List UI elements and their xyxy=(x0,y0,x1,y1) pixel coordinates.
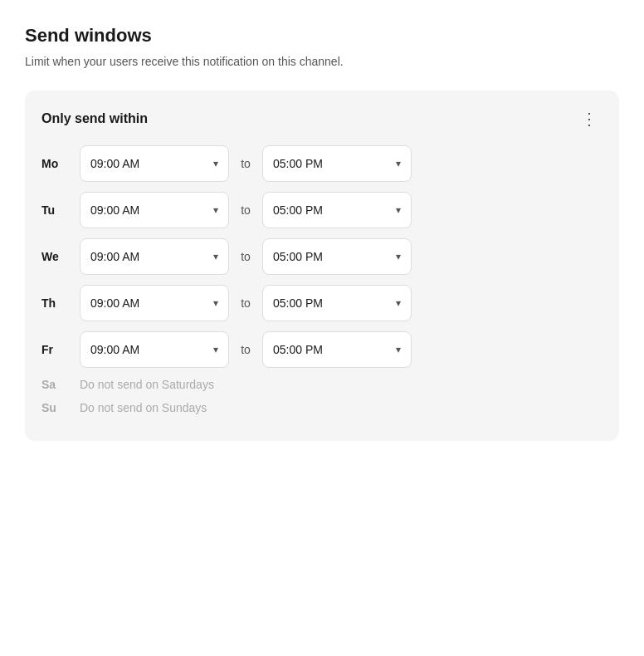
end-time-select-we[interactable]: 05:00 PM▾ xyxy=(262,238,412,275)
to-label-mo: to xyxy=(237,157,254,170)
start-time-value-we: 09:00 AM xyxy=(90,250,207,263)
start-time-select-fr[interactable]: 09:00 AM▾ xyxy=(80,331,229,368)
end-time-chevron-mo: ▾ xyxy=(396,158,401,169)
days-container: Mo09:00 AM▾to05:00 PM▾Tu09:00 AM▾to05:00… xyxy=(41,145,603,414)
end-time-chevron-tu: ▾ xyxy=(396,204,401,216)
end-time-chevron-we: ▾ xyxy=(396,251,401,262)
start-time-select-tu[interactable]: 09:00 AM▾ xyxy=(80,192,229,228)
day-row-su: SuDo not send on Sundays xyxy=(41,401,603,414)
start-time-chevron-th: ▾ xyxy=(213,297,218,309)
day-row-mo: Mo09:00 AM▾to05:00 PM▾ xyxy=(41,145,603,182)
to-label-fr: to xyxy=(237,343,254,356)
page-description: Limit when your users receive this notif… xyxy=(25,53,423,71)
start-time-chevron-fr: ▾ xyxy=(213,344,218,355)
day-label-tu: Tu xyxy=(41,203,71,217)
day-row-we: We09:00 AM▾to05:00 PM▾ xyxy=(41,238,603,275)
day-label-we: We xyxy=(41,250,71,263)
start-time-chevron-mo: ▾ xyxy=(213,158,218,169)
start-time-value-mo: 09:00 AM xyxy=(90,157,207,170)
day-row-fr: Fr09:00 AM▾to05:00 PM▾ xyxy=(41,331,603,368)
start-time-value-th: 09:00 AM xyxy=(90,296,207,310)
more-options-icon[interactable]: ⋮ xyxy=(576,107,603,130)
end-time-select-tu[interactable]: 05:00 PM▾ xyxy=(262,192,412,228)
end-time-value-mo: 05:00 PM xyxy=(273,157,389,170)
start-time-select-mo[interactable]: 09:00 AM▾ xyxy=(80,145,229,182)
card-header-title: Only send within xyxy=(41,111,148,126)
day-label-th: Th xyxy=(41,296,71,310)
start-time-select-th[interactable]: 09:00 AM▾ xyxy=(80,285,229,321)
end-time-select-fr[interactable]: 05:00 PM▾ xyxy=(262,331,412,368)
day-disabled-text-su: Do not send on Sundays xyxy=(80,401,207,414)
end-time-value-fr: 05:00 PM xyxy=(273,343,389,356)
to-label-we: to xyxy=(237,250,254,263)
start-time-chevron-tu: ▾ xyxy=(213,204,218,216)
day-disabled-text-sa: Do not send on Saturdays xyxy=(80,378,214,391)
end-time-chevron-th: ▾ xyxy=(396,297,401,309)
start-time-select-we[interactable]: 09:00 AM▾ xyxy=(80,238,229,275)
send-windows-card: Only send within ⋮ Mo09:00 AM▾to05:00 PM… xyxy=(25,91,619,441)
day-label-su: Su xyxy=(41,401,71,414)
to-label-th: to xyxy=(237,296,254,310)
day-row-th: Th09:00 AM▾to05:00 PM▾ xyxy=(41,285,603,321)
day-label-sa: Sa xyxy=(41,378,71,391)
end-time-value-we: 05:00 PM xyxy=(273,250,389,263)
end-time-select-mo[interactable]: 05:00 PM▾ xyxy=(262,145,412,182)
start-time-value-tu: 09:00 AM xyxy=(90,203,207,217)
end-time-value-tu: 05:00 PM xyxy=(273,203,389,217)
start-time-value-fr: 09:00 AM xyxy=(90,343,207,356)
end-time-chevron-fr: ▾ xyxy=(396,344,401,355)
to-label-tu: to xyxy=(237,203,254,217)
page-title: Send windows xyxy=(25,25,619,47)
card-header: Only send within ⋮ xyxy=(41,107,603,130)
day-row-sa: SaDo not send on Saturdays xyxy=(41,378,603,391)
day-label-fr: Fr xyxy=(41,343,71,356)
start-time-chevron-we: ▾ xyxy=(213,251,218,262)
day-row-tu: Tu09:00 AM▾to05:00 PM▾ xyxy=(41,192,603,228)
end-time-value-th: 05:00 PM xyxy=(273,296,389,310)
day-label-mo: Mo xyxy=(41,157,71,170)
end-time-select-th[interactable]: 05:00 PM▾ xyxy=(262,285,412,321)
